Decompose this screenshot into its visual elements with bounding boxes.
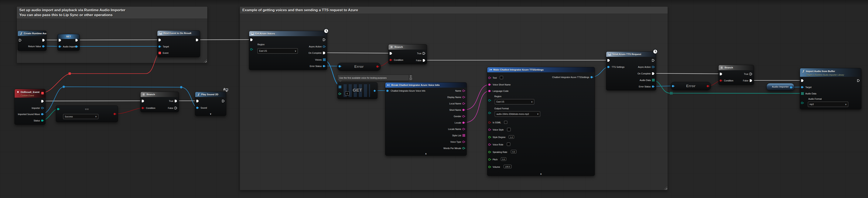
pin-style-list[interactable]	[462, 134, 466, 137]
pin-false[interactable]	[175, 107, 178, 110]
pin-true[interactable]	[749, 73, 753, 76]
pin-false[interactable]	[749, 79, 753, 82]
dropdown-value[interactable]: East US∨	[495, 99, 534, 105]
pin-gender[interactable]	[462, 115, 466, 118]
chevron-up-icon[interactable]: ∧	[487, 173, 595, 175]
array-get-node[interactable]: GET	[337, 82, 377, 99]
pin-square-delegate[interactable]	[41, 92, 44, 95]
pin-exec-exec[interactable]	[58, 39, 62, 42]
send-azure-tts-request-node[interactable]: Send Azure TTS RequestTTS SettingsAsync …	[606, 52, 656, 90]
dropdown-value[interactable]: mp3∨	[808, 102, 848, 107]
pin-circ-enum[interactable]	[801, 102, 804, 105]
pin-locale-name[interactable]	[462, 128, 466, 131]
node-header[interactable]: ƒPlay Sound 2D	[195, 92, 226, 97]
pin-circ-object[interactable]	[790, 86, 793, 89]
pin-speaking-rate[interactable]	[488, 150, 492, 153]
reroute-node[interactable]	[63, 86, 65, 88]
pin-voices[interactable]	[323, 58, 326, 61]
pin-short-name[interactable]	[462, 109, 466, 111]
pin-circ-bool[interactable]	[376, 65, 380, 68]
checkbox-is-ssml[interactable]	[504, 121, 507, 124]
blueprint-graph-canvas[interactable]: Set up audio import and playback via Run…	[0, 0, 868, 198]
chevron-up-icon[interactable]: ∧	[385, 153, 466, 155]
pin-circ-object[interactable]	[75, 45, 79, 48]
pin-grid-object[interactable]	[338, 85, 342, 88]
note-icons[interactable]	[409, 75, 413, 81]
node-header[interactable]: Branch	[389, 45, 427, 50]
pin-volume[interactable]	[488, 166, 492, 168]
pin-circ-int[interactable]	[338, 92, 342, 95]
pin-circ-bool[interactable]	[114, 113, 117, 115]
pin-exec-exec[interactable]	[857, 79, 860, 82]
textbox-speaking-rate[interactable]: 0.0	[511, 150, 517, 153]
branch-2-node[interactable]: BranchTrueConditionFalse	[388, 44, 427, 64]
node-header[interactable]: SET	[58, 34, 80, 39]
pin-exec-exec[interactable]	[222, 100, 225, 103]
textbox-value[interactable]: 0	[345, 91, 349, 95]
node-header[interactable]: Send Azure TTS Request	[606, 52, 656, 57]
onresult-custom-event-node[interactable]: OnResult_EventCustom EventImporterImport…	[14, 89, 45, 124]
pin-return-value[interactable]	[42, 45, 45, 48]
textbox-text[interactable]	[500, 76, 503, 79]
dropdown-value[interactable]: audio-16khz-32kbitrate-mono-mp3∨	[495, 111, 540, 117]
get-audio-importer-variable-node[interactable]: Audio Importer	[767, 83, 794, 91]
pin-on-complete[interactable]	[652, 72, 655, 75]
pin-voice-style[interactable]	[488, 128, 492, 131]
pin-local-name[interactable]	[462, 102, 466, 105]
pin-chatbot-integrator-azure-ttssettings[interactable]	[590, 76, 594, 79]
pin-circ-enum[interactable]	[488, 111, 492, 114]
textbox-volume[interactable]: 100.0	[504, 165, 512, 168]
pin-target[interactable]	[158, 45, 162, 48]
set-audio-importer-node[interactable]: SETAudio Importer	[57, 34, 80, 51]
pin-true[interactable]	[175, 100, 178, 103]
pin-voice-role[interactable]	[488, 143, 492, 146]
textbox-voice-role[interactable]	[507, 142, 510, 146]
pin-circ-object[interactable]	[672, 85, 675, 88]
pin-error-status[interactable]	[652, 85, 655, 88]
node-header[interactable]: ƒImport Audio from BufferTarget is Runti…	[800, 68, 861, 77]
pin-pitch[interactable]	[488, 158, 492, 161]
pin-audio-importer[interactable]	[58, 45, 62, 48]
pin-name[interactable]	[462, 89, 466, 92]
pin-async-action[interactable]	[323, 45, 326, 48]
pin-tts-settings[interactable]	[607, 65, 611, 68]
pin-exec-exec[interactable]	[390, 52, 393, 55]
pin-async-action[interactable]	[652, 65, 655, 68]
pin-true[interactable]	[423, 52, 426, 55]
textbox-voice-style[interactable]	[507, 128, 511, 131]
textbox-pitch[interactable]: 0.0	[501, 158, 506, 161]
node-header[interactable]: Break Chatbot Integrator Azure Voice Inf…	[385, 83, 466, 88]
node-header[interactable]: Branch	[141, 92, 179, 97]
pin-is-ssml[interactable]	[488, 121, 492, 124]
pin-exec-exec[interactable]	[41, 100, 44, 103]
pin-voice-type[interactable]	[462, 140, 466, 143]
dropdown-value[interactable]: Success∨	[63, 114, 98, 119]
reroute-node[interactable]	[670, 92, 673, 94]
pin-exec-exec[interactable]	[196, 100, 199, 103]
pin-false[interactable]	[423, 59, 426, 62]
pin-text[interactable]	[488, 76, 492, 79]
pin-status[interactable]	[41, 119, 44, 122]
pin-display-name[interactable]	[462, 96, 466, 99]
pin-condition[interactable]	[719, 79, 723, 82]
pin-target[interactable]	[801, 86, 804, 89]
pin-circ-enum[interactable]	[57, 108, 60, 111]
create-runtime-audio-importer-node[interactable]: ƒCreate Runtime Audio ImporterReturn Val…	[18, 31, 46, 51]
pin-sound[interactable]	[196, 106, 199, 109]
pin-importer[interactable]	[41, 107, 44, 110]
error-check-2-node[interactable]: Error	[671, 82, 711, 90]
pin-circ-object[interactable]	[338, 65, 342, 68]
pin-locale[interactable]	[462, 121, 466, 124]
pin-style-degree[interactable]	[488, 136, 492, 139]
pin-error-status[interactable]	[323, 65, 326, 68]
equal-enum-node[interactable]: ==	[56, 106, 118, 122]
node-header[interactable]: Make Chatbot Integrator Azure TTSSetting…	[487, 67, 595, 72]
error-check-1-node[interactable]: Error	[337, 63, 381, 71]
pin-exec-exec[interactable]	[652, 59, 655, 62]
pin-circ-enum[interactable]	[250, 48, 253, 51]
textbox-style-degree[interactable]: 1.0	[509, 135, 514, 139]
dropdown-value[interactable]: East US∨	[257, 48, 298, 54]
pin-exec-exec[interactable]	[142, 100, 145, 103]
reroute-node[interactable]	[69, 73, 71, 75]
pin-exec-exec[interactable]	[158, 38, 162, 41]
